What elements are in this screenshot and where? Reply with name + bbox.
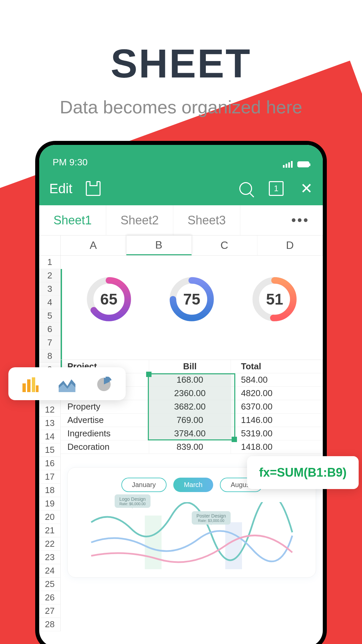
td-project[interactable]: Advertise	[61, 414, 149, 427]
row-number[interactable]: 17	[39, 470, 61, 484]
line-chart	[74, 502, 309, 569]
close-icon[interactable]: ✕	[300, 181, 313, 196]
sheet-tabs: Sheet1 Sheet2 Sheet3 •••	[39, 205, 323, 235]
save-icon[interactable]	[86, 181, 101, 196]
donut-1: 65	[85, 276, 132, 323]
table-row[interactable]: Ingredients3784.005319.00	[61, 427, 323, 440]
row-number[interactable]: 12	[39, 403, 61, 417]
row-number[interactable]: 6	[39, 323, 61, 336]
donut-value-1: 65	[85, 276, 132, 323]
td-bill[interactable]: 3784.00	[149, 427, 231, 440]
row-number[interactable]: 23	[39, 551, 61, 564]
row-number[interactable]: 26	[39, 591, 61, 604]
month-pill-january[interactable]: January	[121, 478, 167, 492]
month-pill-march[interactable]: March	[173, 478, 214, 492]
donut-3: 51	[251, 276, 298, 323]
donut-value-2: 75	[168, 276, 215, 323]
row-number[interactable]: 14	[39, 430, 61, 443]
td-bill[interactable]: 168.00	[149, 373, 231, 386]
th-total: Total	[231, 360, 323, 373]
hero-subtitle: Data becomes organized here	[0, 97, 362, 117]
row-number[interactable]: 7	[39, 336, 61, 350]
chart-type-picker	[8, 367, 126, 400]
svg-rect-7	[225, 522, 242, 569]
signal-icon	[283, 161, 293, 168]
row-number[interactable]: 4	[39, 296, 61, 309]
svg-rect-8	[22, 383, 26, 392]
more-sheets-button[interactable]: •••	[291, 213, 323, 228]
row-number[interactable]: 18	[39, 484, 61, 497]
td-project[interactable]: Ingredients	[61, 427, 149, 440]
td-total[interactable]: 1146.00	[231, 414, 323, 427]
row-number[interactable]: 1	[39, 256, 61, 269]
svg-rect-11	[36, 385, 39, 392]
row-number[interactable]: 15	[39, 443, 61, 457]
col-header-d[interactable]: D	[257, 235, 323, 255]
column-headers: A B C D	[39, 235, 323, 256]
td-total[interactable]: 1418.00	[231, 440, 323, 453]
donut-2: 75	[168, 276, 215, 323]
row-number[interactable]: 2	[39, 269, 61, 282]
window-count[interactable]: 1	[269, 181, 284, 196]
pie-chart-icon[interactable]	[96, 375, 112, 392]
area-chart-icon[interactable]	[59, 375, 75, 392]
battery-icon	[297, 161, 309, 167]
edit-button[interactable]: Edit	[49, 181, 72, 196]
table-row[interactable]: Property3682.006370.00	[61, 400, 323, 414]
row-number[interactable]: 25	[39, 578, 61, 591]
table-row[interactable]: Decoration839.001418.00	[61, 440, 323, 454]
row-number[interactable]: 28	[39, 618, 61, 631]
col-header-c[interactable]: C	[192, 235, 257, 255]
tab-sheet2[interactable]: Sheet2	[106, 205, 173, 235]
row-number[interactable]: 5	[39, 309, 61, 323]
row-number[interactable]: 8	[39, 350, 61, 363]
tab-sheet1[interactable]: Sheet1	[39, 205, 106, 235]
row-number[interactable]: 22	[39, 537, 61, 551]
td-bill[interactable]: 839.00	[149, 440, 231, 453]
search-icon[interactable]	[239, 182, 252, 195]
td-total[interactable]: 584.00	[231, 373, 323, 386]
table-row[interactable]: Advertise769.001146.00	[61, 414, 323, 427]
hero-title: SHEET	[0, 40, 362, 87]
row-number[interactable]: 21	[39, 524, 61, 537]
app-toolbar: Edit 1 ✕	[39, 172, 323, 205]
status-time: PM 9:30	[53, 157, 87, 168]
th-bill: Bill	[149, 360, 231, 373]
col-header-a[interactable]: A	[61, 235, 126, 255]
td-project[interactable]: Property	[61, 400, 149, 413]
col-header-b[interactable]: B	[126, 235, 192, 255]
row-number[interactable]: 24	[39, 564, 61, 578]
td-project[interactable]: Decoration	[61, 440, 149, 453]
tab-sheet3[interactable]: Sheet3	[173, 205, 240, 235]
donut-charts: 65 75	[61, 256, 323, 339]
row-number[interactable]: 13	[39, 417, 61, 430]
row-number[interactable]: 27	[39, 604, 61, 618]
svg-rect-10	[32, 377, 35, 392]
row-number[interactable]: 3	[39, 282, 61, 296]
td-total[interactable]: 4820.00	[231, 387, 323, 400]
chart-tooltip-1: Logo Design Rate: $6,000.00	[115, 494, 150, 508]
formula-tooltip: fx=SUM(B1:B9)	[247, 456, 359, 489]
svg-rect-9	[27, 379, 31, 392]
td-bill[interactable]: 2360.00	[149, 387, 231, 400]
donut-value-3: 51	[251, 276, 298, 323]
td-bill[interactable]: 769.00	[149, 414, 231, 427]
status-bar: PM 9:30	[39, 145, 323, 172]
row-number[interactable]: 16	[39, 457, 61, 470]
chart-tooltip-2: Poster Design Rate: $3,000.00	[192, 511, 231, 525]
td-total[interactable]: 5319.00	[231, 427, 323, 440]
row-number[interactable]: 20	[39, 511, 61, 524]
td-total[interactable]: 6370.00	[231, 400, 323, 413]
svg-rect-6	[145, 516, 162, 569]
bar-chart-icon[interactable]	[22, 375, 39, 392]
td-bill[interactable]: 3682.00	[149, 400, 231, 413]
row-number[interactable]: 19	[39, 497, 61, 511]
